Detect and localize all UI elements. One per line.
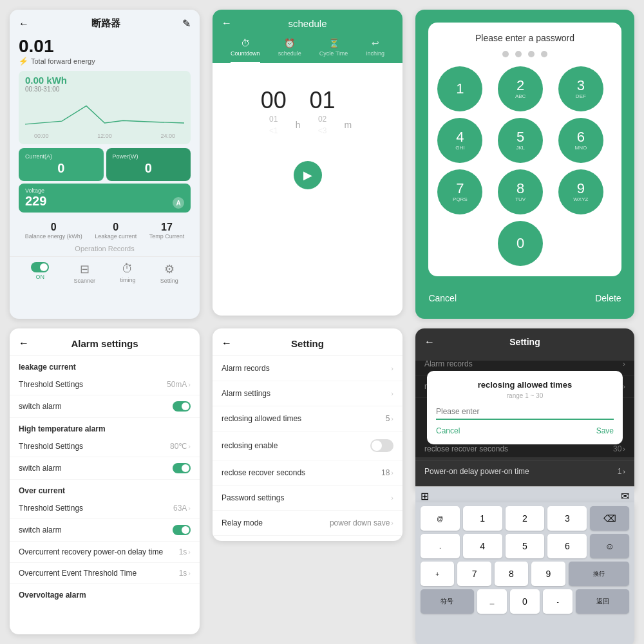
schedule-back-icon[interactable]: ← — [222, 17, 232, 29]
kb-3[interactable]: 3 — [547, 506, 587, 531]
keyboard-row-4: 符号 ＿ 0 - 返回 — [421, 589, 629, 614]
alarm-threshold3-row[interactable]: Threshold Settings 63A› — [10, 498, 200, 519]
kb-6[interactable]: 6 — [547, 534, 587, 558]
num-btn-0[interactable]: 0 — [498, 221, 543, 266]
hour-picker[interactable]: 00 01 <1 — [261, 89, 287, 135]
switch1-toggle[interactable] — [173, 401, 191, 412]
setting-label-reclosing-enable: reclosing enable — [222, 441, 278, 450]
nav-scanner[interactable]: ⊟ Scanner — [74, 262, 96, 284]
setting-row-reclosing-times[interactable]: reclosing allowed times 5› — [213, 406, 402, 431]
circuit-edit-icon[interactable]: ✎ — [182, 17, 191, 30]
voltage-val: 229 — [25, 194, 46, 209]
circuit-back-icon[interactable]: ← — [19, 18, 29, 30]
alarm-threshold1-row[interactable]: Threshold Settings 50mA› — [10, 374, 200, 395]
nav-on[interactable]: ON — [31, 262, 49, 284]
setting-row-relay-mode[interactable]: Relay mode power down save› — [213, 511, 402, 536]
play-button[interactable]: ▶ — [294, 161, 322, 189]
alarm-recovery-row[interactable]: Overcurrent recovery power-on delay time… — [10, 542, 200, 563]
kb-emoji[interactable]: ☺ — [590, 534, 629, 558]
nav-timing[interactable]: ⏱ timing — [120, 262, 135, 284]
kb-8[interactable]: 8 — [495, 562, 528, 586]
kb-delete[interactable]: ⌫ — [590, 506, 629, 531]
alarm-back-icon[interactable]: ← — [19, 337, 29, 349]
kb-0[interactable]: 0 — [510, 589, 540, 614]
kb-2[interactable]: 2 — [506, 506, 545, 531]
num-btn-3[interactable]: 3DEF — [558, 66, 603, 111]
setting-row-password[interactable]: Password settings › — [213, 486, 402, 511]
schedule-header: ← schedule ⏱ Countdown ⏰ schedule ⏳ Cycl… — [213, 10, 402, 63]
nav-setting[interactable]: ⚙ Setting — [160, 262, 178, 284]
setting-row-reclose-recover[interactable]: reclose recover seconds 18› — [213, 460, 402, 486]
dialog-cancel-button[interactable]: Cancel — [436, 426, 460, 435]
circuit-title: 断路器 — [91, 17, 120, 30]
kb-at[interactable]: @ — [421, 506, 460, 531]
schedule-title: schedule — [232, 18, 383, 29]
tab-inching[interactable]: ↩ inching — [366, 34, 384, 63]
keyboard-row-3: + 7 8 9 換行 — [421, 562, 629, 586]
password-card: Please enter a password 1 2ABC 3DEF 4GHI… — [428, 23, 621, 276]
dark-row-poweron[interactable]: Power-on delay power-on time 1› — [415, 460, 634, 482]
num-btn-1[interactable]: 1 — [437, 66, 482, 111]
dark-back-icon[interactable]: ← — [424, 336, 435, 348]
tab-cycletime[interactable]: ⏳ Cycle Time — [319, 34, 348, 63]
toggle-on-icon[interactable] — [31, 262, 49, 272]
alarm-threshold2-row[interactable]: Threshold Settings 80℃› — [10, 436, 200, 457]
switch2-toggle[interactable] — [173, 463, 191, 473]
schedule-panel: ← schedule ⏱ Countdown ⏰ schedule ⏳ Cycl… — [213, 10, 402, 316]
kb-dot[interactable]: . — [421, 534, 460, 558]
kb-9[interactable]: 9 — [531, 562, 565, 586]
kb-minus[interactable]: - — [543, 589, 573, 614]
min-sep: <3 — [310, 126, 336, 135]
reclosing-toggle[interactable] — [370, 439, 393, 452]
num-btn-8[interactable]: 8TUV — [498, 169, 543, 214]
keyboard-mail-icon[interactable]: ✉ — [621, 490, 629, 502]
min-below: 02 — [310, 115, 336, 124]
current-val: 0 — [25, 161, 97, 176]
num-btn-2[interactable]: 2ABC — [498, 66, 543, 111]
stat-temp: 17 Temp Current — [149, 222, 185, 240]
chevron-icon4: › — [188, 548, 191, 556]
stat-leakage: 0 Leakage current — [95, 222, 137, 240]
switch3-toggle[interactable] — [173, 525, 191, 535]
alarm-settings-panel: ← Alarm settings leakage current Thresho… — [10, 328, 200, 634]
schedule-header-top: ← schedule — [222, 17, 393, 29]
kb-4[interactable]: 4 — [463, 534, 502, 558]
kb-1[interactable]: 1 — [463, 506, 502, 531]
cycletime-icon: ⏳ — [328, 38, 339, 48]
num-btn-7[interactable]: 7PQRS — [437, 169, 482, 214]
a-badge: A — [173, 197, 184, 209]
setting-row-reclosing-enable: reclosing enable — [213, 431, 402, 460]
kb-symbol[interactable]: 符号 — [421, 589, 474, 614]
kb-7[interactable]: 7 — [457, 562, 491, 586]
keyboard-grid-icon[interactable]: ⊞ — [421, 490, 429, 502]
dialog-save-button[interactable]: Save — [596, 426, 614, 435]
alarm-section-overcurrent: Over current — [10, 480, 200, 498]
dialog-input[interactable] — [436, 404, 614, 420]
password-cancel-button[interactable]: Cancel — [428, 293, 457, 303]
alarm-section-leakage: leakage current — [10, 356, 200, 374]
lightning-icon: ⚡ — [19, 57, 28, 66]
password-delete-button[interactable]: Delete — [595, 293, 621, 303]
alarm-recovery-val: 1s› — [179, 547, 191, 556]
keyboard-panel: @ 1 2 3 ⌫ . 4 5 6 ☺ + 7 8 9 換行 符号 ＿ 0 - … — [415, 502, 634, 644]
arrow-icon3: › — [391, 415, 393, 422]
setting-row-alarm-settings[interactable]: Alarm settings › — [213, 381, 402, 406]
num-btn-6[interactable]: 6MNO — [558, 118, 603, 163]
alarm-threshold-time-row[interactable]: Overcurrent Event Threshold Time 1s› — [10, 563, 200, 584]
tab-schedule[interactable]: ⏰ schedule — [278, 34, 301, 63]
dot-3 — [528, 51, 535, 57]
tab-countdown[interactable]: ⏱ Countdown — [231, 34, 260, 63]
num-btn-5[interactable]: 5JKL — [498, 118, 543, 163]
keyboard-top-bar: ⊞ ✉ — [415, 486, 634, 504]
kb-plus[interactable]: + — [421, 562, 454, 586]
num-btn-4[interactable]: 4GHI — [437, 118, 482, 163]
min-picker[interactable]: 01 02 <3 — [310, 89, 336, 135]
kb-switch[interactable]: 換行 — [569, 562, 629, 586]
setting-back-icon[interactable]: ← — [222, 337, 232, 349]
kb-underscore[interactable]: ＿ — [477, 589, 507, 614]
dot-2 — [515, 51, 522, 57]
num-btn-9[interactable]: 9WXYZ — [558, 169, 603, 214]
setting-row-alarm-records[interactable]: Alarm records › — [213, 356, 402, 381]
kb-5[interactable]: 5 — [506, 534, 545, 558]
kb-return[interactable]: 返回 — [576, 589, 629, 614]
